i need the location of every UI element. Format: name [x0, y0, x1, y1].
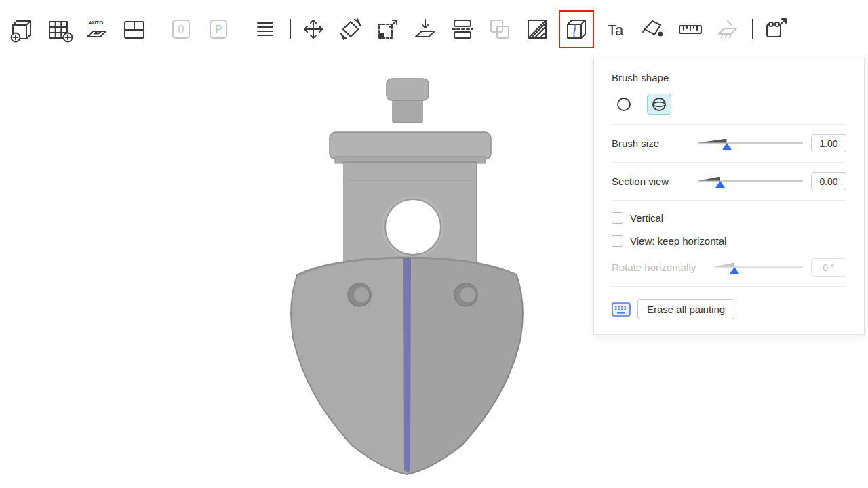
- plate-p-icon: P: [205, 16, 232, 43]
- keep-horizontal-label: View: keep horizontal: [630, 235, 726, 247]
- benchy-chimney-base: [393, 98, 422, 123]
- circle-brush-icon: [616, 97, 631, 112]
- seam-paint-icon: [563, 16, 590, 43]
- keyboard-icon: [612, 302, 631, 317]
- slider-thumb[interactable]: [715, 181, 725, 188]
- measure-button[interactable]: [675, 12, 706, 46]
- main-toolbar: AUTO 0 P: [0, 0, 868, 58]
- brush-circle-option[interactable]: [612, 94, 636, 115]
- section-view-row: Section view: [612, 172, 846, 190]
- plate-zero-button: 0: [165, 12, 197, 46]
- slider-thumb: [730, 267, 739, 274]
- move-icon: [300, 16, 327, 43]
- add-plate-button[interactable]: [44, 12, 75, 46]
- seam-painting-panel: Brush shape Brush size Section view: [593, 58, 865, 335]
- keep-horizontal-checkbox-row[interactable]: View: keep horizontal: [612, 235, 846, 247]
- support-paint-icon: [524, 16, 551, 43]
- section-view-slider[interactable]: [698, 174, 803, 190]
- sweep-button: [712, 12, 743, 46]
- brush-size-slider[interactable]: [698, 136, 803, 152]
- clone-button: [484, 12, 515, 46]
- svg-text:0: 0: [178, 24, 184, 35]
- layers-button[interactable]: [250, 12, 281, 46]
- svg-text:Ta: Ta: [608, 22, 624, 39]
- shortcuts-button[interactable]: [612, 302, 631, 317]
- svg-text:P: P: [216, 24, 223, 35]
- rotate-icon: [337, 16, 364, 43]
- slider-thumb[interactable]: [722, 143, 732, 150]
- toolbar-separator: [290, 19, 291, 39]
- plate-settings-button[interactable]: [760, 12, 791, 46]
- benchy-model[interactable]: [258, 70, 556, 476]
- active-tool-highlight: [559, 10, 594, 48]
- plate-settings-icon: [762, 16, 789, 43]
- color-painting-button[interactable]: [637, 12, 669, 46]
- split-layout-icon: [121, 16, 148, 43]
- rotate-button[interactable]: [335, 12, 366, 46]
- scale-button[interactable]: [372, 12, 403, 46]
- panel-divider: [612, 124, 846, 125]
- text-tool-icon: Ta: [602, 16, 629, 43]
- plate-p-button: P: [203, 12, 234, 46]
- place-on-face-button[interactable]: [410, 12, 441, 46]
- add-plate-icon: [46, 16, 73, 43]
- cut-icon: [449, 16, 476, 43]
- layers-icon: [252, 16, 279, 43]
- split-objects-button[interactable]: [119, 12, 150, 46]
- section-view-label: Section view: [612, 176, 690, 187]
- brush-sphere-option[interactable]: [647, 94, 671, 115]
- move-button[interactable]: [298, 12, 329, 46]
- panel-divider: [612, 162, 846, 163]
- seam-painting-button[interactable]: [561, 12, 592, 46]
- benchy-chimney-top: [387, 79, 429, 100]
- place-on-face-icon: [412, 16, 439, 43]
- add-object-button[interactable]: [7, 12, 38, 46]
- panel-divider: [612, 200, 846, 201]
- clone-icon: [486, 16, 513, 43]
- panel-bottom-row: Erase all painting: [612, 299, 846, 319]
- auto-orient-icon: AUTO: [83, 16, 111, 43]
- cut-button[interactable]: [447, 12, 478, 46]
- benchy-window: [385, 199, 441, 255]
- brush-shape-label: Brush shape: [612, 72, 846, 83]
- keep-horizontal-checkbox[interactable]: [612, 235, 623, 247]
- panel-divider: [612, 286, 846, 287]
- seam-paint-stripe: [403, 258, 411, 472]
- vertical-checkbox-row[interactable]: Vertical: [612, 212, 846, 224]
- text-tool-button[interactable]: Ta: [600, 12, 631, 46]
- brush-size-value[interactable]: [811, 134, 846, 152]
- support-painting-button[interactable]: [521, 12, 553, 46]
- vertical-label: Vertical: [630, 212, 663, 224]
- plate-zero-icon: 0: [167, 16, 195, 43]
- brush-shape-options: [612, 94, 846, 115]
- svg-text:AUTO: AUTO: [88, 20, 104, 26]
- sphere-brush-icon: [652, 97, 667, 112]
- toolbar-separator: [752, 19, 753, 39]
- sweep-icon: [714, 16, 741, 43]
- add-cube-icon: [9, 16, 36, 43]
- rotate-horizontally-slider: [715, 260, 803, 276]
- rotate-horizontally-row: Rotate horizontally: [612, 258, 846, 277]
- section-view-value[interactable]: [811, 172, 846, 190]
- vertical-checkbox[interactable]: [612, 212, 623, 224]
- erase-all-painting-button[interactable]: Erase all painting: [637, 299, 734, 319]
- brush-size-label: Brush size: [612, 138, 690, 149]
- auto-orient-button[interactable]: AUTO: [81, 12, 113, 46]
- scale-icon: [374, 16, 401, 43]
- benchy-roof: [330, 132, 491, 159]
- ruler-icon: [677, 16, 704, 43]
- brush-size-row: Brush size: [612, 134, 846, 152]
- rotate-horizontally-label: Rotate horizontally: [612, 262, 707, 273]
- paint-bucket-icon: [639, 16, 667, 43]
- rotate-horizontally-value: [811, 258, 846, 277]
